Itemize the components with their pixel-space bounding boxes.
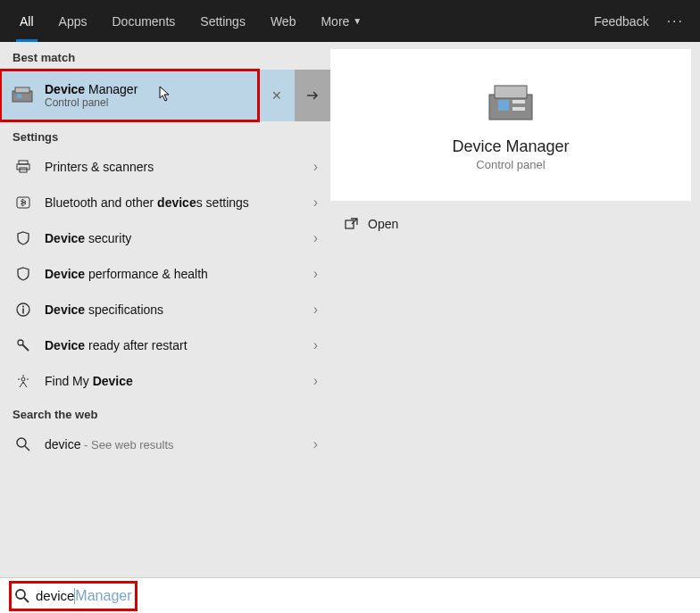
svg-rect-2 bbox=[17, 94, 21, 98]
settings-item-label: Device ready after restart bbox=[45, 338, 313, 352]
tab-more[interactable]: More▼ bbox=[308, 0, 374, 42]
expand-preview-button[interactable] bbox=[295, 70, 330, 121]
settings-item[interactable]: Bluetooth and other devices settings› bbox=[0, 185, 330, 220]
search-typed-text: device bbox=[36, 588, 74, 603]
settings-item-label: Device performance & health bbox=[45, 267, 313, 281]
cursor-icon bbox=[159, 86, 171, 102]
tab-all[interactable]: All bbox=[7, 0, 46, 42]
settings-item[interactable]: Device security› bbox=[0, 220, 330, 256]
search-icon bbox=[12, 436, 34, 452]
settings-item-label: Bluetooth and other devices settings bbox=[45, 195, 313, 210]
settings-item[interactable]: Device ready after restart› bbox=[0, 327, 330, 363]
svg-line-13 bbox=[25, 446, 29, 451]
svg-line-21 bbox=[24, 598, 29, 602]
settings-item-label: Device security bbox=[45, 231, 313, 245]
settings-item[interactable]: Printers & scanners› bbox=[0, 149, 330, 185]
preview-title: Device Manager bbox=[452, 137, 569, 156]
svg-rect-18 bbox=[512, 107, 525, 111]
preview-pane: Device Manager Control panel Open bbox=[330, 42, 700, 577]
svg-rect-3 bbox=[19, 161, 28, 164]
open-action[interactable]: Open bbox=[330, 201, 691, 247]
feedback-link[interactable]: Feedback bbox=[594, 14, 648, 29]
tab-settings[interactable]: Settings bbox=[188, 0, 258, 42]
close-preview-button[interactable]: ✕ bbox=[259, 70, 295, 121]
svg-point-20 bbox=[16, 590, 25, 599]
search-icon bbox=[14, 588, 30, 604]
best-match-subtitle: Control panel bbox=[45, 96, 138, 109]
tab-apps[interactable]: Apps bbox=[46, 0, 100, 42]
settings-item-label: Device specifications bbox=[45, 302, 313, 317]
settings-item[interactable]: Device specifications› bbox=[0, 292, 330, 327]
best-match-heading: Best match bbox=[0, 42, 330, 70]
search-web-heading: Search the web bbox=[0, 399, 330, 427]
settings-heading: Settings bbox=[0, 121, 330, 149]
printer-icon bbox=[12, 159, 34, 175]
open-label: Open bbox=[368, 217, 398, 231]
web-result-label: device - See web results bbox=[45, 437, 313, 451]
settings-item-label: Printers & scanners bbox=[45, 160, 313, 174]
svg-rect-4 bbox=[17, 164, 29, 170]
search-autocomplete-text: Manager bbox=[75, 588, 131, 604]
locate-icon bbox=[12, 373, 34, 389]
filter-tabs-bar: All Apps Documents Settings Web More▼ Fe… bbox=[0, 0, 700, 42]
chevron-right-icon: › bbox=[313, 266, 318, 282]
chevron-right-icon: › bbox=[313, 195, 318, 211]
chevron-right-icon: › bbox=[313, 436, 318, 452]
svg-point-12 bbox=[17, 438, 26, 447]
bluetooth-icon bbox=[12, 195, 34, 211]
web-result-item[interactable]: device - See web results › bbox=[0, 427, 330, 462]
chevron-right-icon: › bbox=[313, 230, 318, 246]
more-options-icon[interactable]: ··· bbox=[667, 13, 684, 29]
svg-rect-16 bbox=[498, 100, 509, 111]
preview-card: Device Manager Control panel bbox=[330, 49, 691, 201]
wrench-icon bbox=[12, 337, 34, 353]
tab-web[interactable]: Web bbox=[258, 0, 309, 42]
results-pane: Best match Device Manager Control panel … bbox=[0, 42, 330, 577]
svg-rect-15 bbox=[495, 86, 527, 98]
info-icon bbox=[12, 302, 34, 318]
settings-item[interactable]: Device performance & health› bbox=[0, 256, 330, 292]
chevron-right-icon: › bbox=[313, 337, 318, 353]
open-icon bbox=[345, 217, 359, 231]
svg-rect-19 bbox=[346, 220, 354, 228]
shield-icon bbox=[12, 230, 34, 246]
settings-item[interactable]: Find My Device› bbox=[0, 363, 330, 399]
preview-subtitle: Control panel bbox=[476, 158, 545, 171]
svg-point-11 bbox=[21, 377, 25, 381]
best-match-result[interactable]: Device Manager Control panel bbox=[0, 70, 259, 121]
svg-rect-9 bbox=[22, 309, 24, 314]
chevron-right-icon: › bbox=[313, 302, 318, 318]
chevron-right-icon: › bbox=[313, 159, 318, 175]
device-manager-large-icon bbox=[482, 79, 539, 127]
tab-documents[interactable]: Documents bbox=[99, 0, 188, 42]
chevron-right-icon: › bbox=[313, 373, 318, 389]
settings-item-label: Find My Device bbox=[45, 374, 313, 388]
best-match-title: Device Manager bbox=[45, 82, 138, 96]
svg-rect-17 bbox=[512, 100, 525, 104]
svg-rect-1 bbox=[15, 87, 29, 93]
search-bar: device Manager bbox=[0, 577, 700, 613]
search-input[interactable]: device Manager bbox=[11, 583, 136, 609]
shield-icon bbox=[12, 266, 34, 282]
svg-point-8 bbox=[22, 306, 24, 308]
device-manager-icon bbox=[9, 82, 36, 109]
chevron-down-icon: ▼ bbox=[353, 16, 362, 26]
